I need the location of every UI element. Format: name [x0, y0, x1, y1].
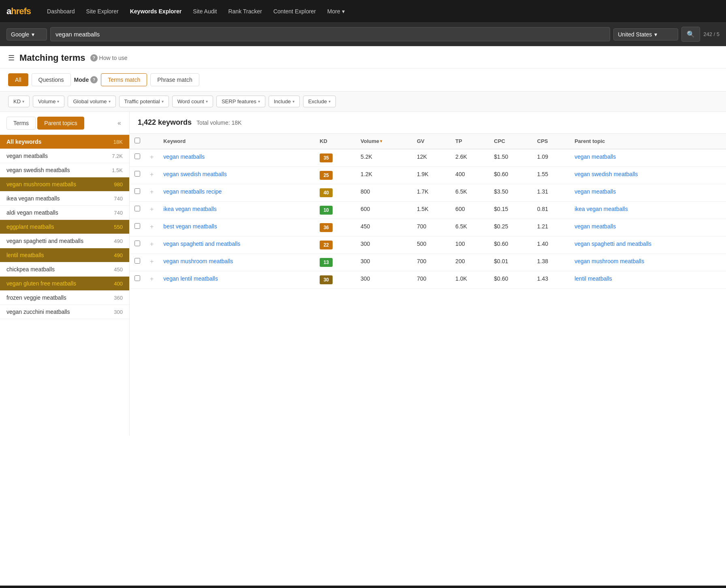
- th-cps[interactable]: CPS: [532, 134, 570, 149]
- th-tp[interactable]: TP: [451, 134, 489, 149]
- sidebar-item-vegan-zucchini-meatballs[interactable]: vegan zucchini meatballs 300: [0, 305, 129, 319]
- parent-topic-link[interactable]: lentil meatballs: [574, 275, 612, 282]
- th-keyword[interactable]: Keyword: [158, 134, 315, 149]
- filter-exclude[interactable]: Exclude ▾: [303, 96, 336, 107]
- parent-topic-link[interactable]: vegan meatballs: [574, 153, 616, 160]
- sidebar-item-vegan-mushroom-meatballs[interactable]: vegan mushroom meatballs 980: [0, 177, 129, 192]
- row-checkbox[interactable]: [135, 153, 140, 159]
- row-checkbox[interactable]: [135, 241, 140, 246]
- row-checkbox[interactable]: [135, 223, 140, 229]
- parent-topic-link[interactable]: vegan meatballs: [574, 188, 616, 195]
- sidebar-tab-terms[interactable]: Terms: [6, 117, 36, 130]
- sidebar-item-all-keywords[interactable]: All keywords 18K: [0, 135, 129, 149]
- nav-site-explorer[interactable]: Site Explorer: [81, 5, 124, 18]
- tab-all[interactable]: All: [8, 73, 28, 86]
- sidebar-tab-parent-topics[interactable]: Parent topics: [37, 117, 84, 130]
- filter-volume[interactable]: Volume ▾: [33, 96, 64, 107]
- sidebar-item-frozen-veggie-meatballs[interactable]: frozen veggie meatballs 360: [0, 291, 129, 305]
- nav-dashboard[interactable]: Dashboard: [42, 5, 80, 18]
- keyword-link[interactable]: vegan meatballs recipe: [163, 188, 222, 195]
- th-parent-topic[interactable]: Parent topic: [570, 134, 726, 149]
- gv-cell: 700: [412, 271, 451, 289]
- add-keyword-button[interactable]: +: [150, 258, 154, 265]
- sidebar-item-vegan-swedish-meatballs[interactable]: vegan swedish meatballs 1.5K: [0, 163, 129, 177]
- filter-word-count[interactable]: Word count ▾: [172, 96, 213, 107]
- kd-cell: 30: [315, 271, 356, 289]
- engine-select[interactable]: Google ▾: [6, 28, 47, 40]
- sidebar-item-name: vegan meatballs: [6, 153, 112, 159]
- search-input[interactable]: [50, 27, 610, 41]
- sidebar-item-eggplant-meatballs[interactable]: eggplant meatballs 550: [0, 220, 129, 234]
- th-kd[interactable]: KD: [315, 134, 356, 149]
- sidebar-item-chickpea-meatballs[interactable]: chickpea meatballs 450: [0, 262, 129, 277]
- search-button[interactable]: 🔍: [681, 27, 700, 42]
- nav-site-audit[interactable]: Site Audit: [188, 5, 222, 18]
- sidebar-item-name: vegan zucchini meatballs: [6, 309, 114, 315]
- add-keyword-button[interactable]: +: [150, 223, 154, 230]
- sidebar-item-lentil-meatballs[interactable]: lentil meatballs 490: [0, 248, 129, 262]
- sidebar-collapse-button[interactable]: «: [116, 118, 123, 128]
- sidebar-item-vegan-spaghetti-meatballs[interactable]: vegan spaghetti and meatballs 490: [0, 234, 129, 248]
- add-keyword-button[interactable]: +: [150, 275, 154, 282]
- filter-include[interactable]: Include ▾: [269, 96, 300, 107]
- parent-topic-link[interactable]: vegan spaghetti and meatballs: [574, 241, 651, 247]
- cpc-cell: $0.25: [489, 219, 532, 236]
- parent-topic-link[interactable]: ikea vegan meatballs: [574, 206, 628, 212]
- logo[interactable]: ahrefs: [6, 6, 31, 17]
- sidebar-item-count: 980: [114, 181, 123, 187]
- keyword-link[interactable]: vegan mushroom meatballs: [163, 258, 233, 264]
- th-gv[interactable]: GV: [412, 134, 451, 149]
- country-select[interactable]: United States ▾: [613, 28, 678, 40]
- add-keyword-button[interactable]: +: [150, 188, 154, 195]
- keyword-link[interactable]: vegan spaghetti and meatballs: [163, 241, 240, 247]
- results-header: 1,422 keywords Total volume: 18K: [130, 112, 726, 134]
- sidebar-item-vegan-gluten-free-meatballs[interactable]: vegan gluten free meatballs 400: [0, 277, 129, 291]
- filter-traffic-potential[interactable]: Traffic potential ▾: [119, 96, 169, 107]
- nav-rank-tracker[interactable]: Rank Tracker: [223, 5, 267, 18]
- add-keyword-button[interactable]: +: [150, 153, 154, 160]
- nav-keywords-explorer[interactable]: Keywords Explorer: [125, 5, 187, 18]
- th-volume[interactable]: Volume ▾: [356, 134, 412, 149]
- sidebar-item-ikea-vegan-meatballs[interactable]: ikea vegan meatballs 740: [0, 192, 129, 206]
- results-area: 1,422 keywords Total volume: 18K Keyword…: [130, 112, 726, 436]
- filter-kd[interactable]: KD ▾: [8, 96, 30, 107]
- row-checkbox-cell: [130, 254, 145, 271]
- volume-cell: 300: [356, 271, 412, 289]
- hamburger-icon[interactable]: ☰: [8, 53, 15, 62]
- sidebar-item-count: 450: [114, 266, 123, 273]
- nav-content-explorer[interactable]: Content Explorer: [269, 5, 321, 18]
- row-checkbox[interactable]: [135, 206, 140, 211]
- keyword-link[interactable]: ikea vegan meatballs: [163, 206, 217, 212]
- filter-global-volume[interactable]: Global volume ▾: [68, 96, 115, 107]
- add-keyword-button[interactable]: +: [150, 206, 154, 213]
- cpc-cell: $1.50: [489, 149, 532, 167]
- parent-topic-link[interactable]: vegan meatballs: [574, 223, 616, 230]
- row-checkbox[interactable]: [135, 275, 140, 281]
- table-row: + best vegan meatballs 36 450 700 6.5K $…: [130, 219, 726, 236]
- add-keyword-button[interactable]: +: [150, 241, 154, 247]
- keyword-link[interactable]: vegan meatballs: [163, 153, 205, 160]
- sidebar-item-name: chickpea meatballs: [6, 266, 114, 273]
- parent-topic-cell: vegan mushroom meatballs: [570, 254, 726, 271]
- how-to-use-link[interactable]: ? How to use: [90, 54, 128, 62]
- table-header-row: Keyword KD Volume ▾ GV TP CPC CPS Parent…: [130, 134, 726, 149]
- keyword-link[interactable]: best vegan meatballs: [163, 223, 217, 230]
- keyword-link[interactable]: vegan swedish meatballs: [163, 171, 226, 177]
- parent-topic-link[interactable]: vegan mushroom meatballs: [574, 258, 644, 264]
- keyword-link[interactable]: vegan lentil meatballs: [163, 275, 218, 282]
- select-all-checkbox[interactable]: [135, 138, 140, 143]
- parent-topic-link[interactable]: vegan swedish meatballs: [574, 171, 638, 177]
- row-checkbox[interactable]: [135, 171, 140, 177]
- tab-questions[interactable]: Questions: [32, 73, 71, 86]
- row-checkbox[interactable]: [135, 258, 140, 264]
- sidebar-item-vegan-meatballs[interactable]: vegan meatballs 7.2K: [0, 149, 129, 163]
- tab-phrase-match[interactable]: Phrase match: [150, 73, 199, 86]
- tab-terms-match[interactable]: Terms match: [101, 73, 147, 86]
- nav-more[interactable]: More ▾: [322, 5, 350, 18]
- chevron-down-icon: ▾: [57, 99, 59, 104]
- sidebar-item-aldi-vegan-meatballs[interactable]: aldi vegan meatballs 740: [0, 206, 129, 220]
- filter-serp-features[interactable]: SERP features ▾: [216, 96, 265, 107]
- th-cpc[interactable]: CPC: [489, 134, 532, 149]
- row-checkbox[interactable]: [135, 188, 140, 194]
- add-keyword-button[interactable]: +: [150, 171, 154, 178]
